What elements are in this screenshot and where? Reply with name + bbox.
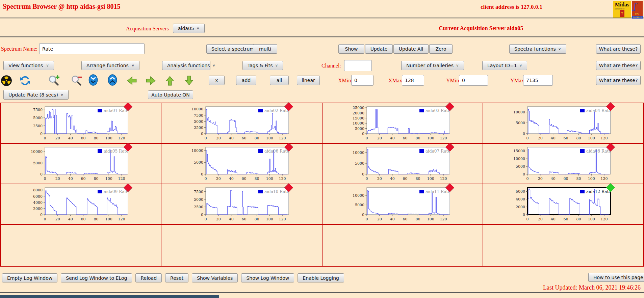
number-of-galleries-dropdown[interactable]: Number of Galleries ∨ xyxy=(401,61,464,70)
ymax-input[interactable] xyxy=(523,75,553,86)
reset-button[interactable]: Reset xyxy=(165,273,188,282)
svg-text:0: 0 xyxy=(523,172,525,177)
left-arrow-icon[interactable] xyxy=(126,75,137,86)
spectrum-browser-page: Spectrum Browser @ http aidas-gsi 8015 c… xyxy=(0,0,644,298)
reload-button[interactable]: Reload xyxy=(135,273,162,282)
tcl-logo[interactable]: ʃ TCL POWERED xyxy=(632,1,643,19)
zoom-in-icon[interactable] xyxy=(48,75,59,86)
what-are-these-button[interactable]: What are these? xyxy=(596,76,641,85)
svg-text:0: 0 xyxy=(205,217,207,221)
analysis-functions-dropdown[interactable]: Analysis functions ∨ xyxy=(162,61,210,70)
midas-logo[interactable]: Midas powered by T xyxy=(613,1,631,19)
right-arrow-icon[interactable] xyxy=(145,75,157,86)
enable-logging-button[interactable]: Enable Logging xyxy=(298,273,344,282)
chart-legend-label: aida10 Rate xyxy=(264,189,289,194)
zoom-out-icon[interactable] xyxy=(71,75,82,86)
add-button[interactable]: add xyxy=(236,76,256,85)
spectrum-chart-aida12[interactable]: 0200040006000020406080100120aida12 Rate xyxy=(511,183,615,225)
gallery-cell[interactable]: 0200040006000020406080100120aida12 Rate xyxy=(483,184,644,224)
gallery-cell[interactable]: 0500010000020406080100120aida05 Rate xyxy=(0,143,161,184)
gallery-cell[interactable]: 050001000015000020406080100120aida08 Rat… xyxy=(483,143,644,184)
how-to-use-this-page-button[interactable]: How to use this page xyxy=(588,273,644,282)
svg-text:120: 120 xyxy=(600,177,608,181)
send-log-window-to-elog-button[interactable]: Send Log Window to ELog xyxy=(61,273,132,282)
client-address: client address is 127.0.0.1 xyxy=(481,4,542,10)
xmax-input[interactable] xyxy=(402,75,424,86)
empty-log-window-button[interactable]: Empty Log Window xyxy=(2,273,57,282)
spectrum-chart-aida08[interactable]: 050001000015000020406080100120aida08 Rat… xyxy=(511,142,615,185)
spectrum-chart-aida01[interactable]: 0250050007500020406080100120aida01 Rate xyxy=(29,102,133,144)
gallery-cell[interactable]: 0500010000020406080100120aida11 Rate xyxy=(322,184,483,224)
svg-text:80: 80 xyxy=(94,136,99,140)
spectrum-chart-aida06[interactable]: 0500010000020406080100120aida06 Rate xyxy=(189,142,293,185)
spectrum-chart-aida10[interactable]: 0250050007500020406080100120aida10 Rate xyxy=(189,183,293,225)
svg-text:25000: 25000 xyxy=(353,106,364,110)
gallery-cell[interactable]: 0500010000150002000025000020406080100120… xyxy=(322,103,483,143)
gallery-cell[interactable]: 0500010000020406080100120aida07 Rate xyxy=(322,143,483,184)
svg-text:0: 0 xyxy=(205,177,207,181)
spectrum-chart-aida03[interactable]: 0500010000150002000025000020406080100120… xyxy=(351,102,455,144)
spectrum-chart-aida07[interactable]: 0500010000020406080100120aida07 Rate xyxy=(351,142,455,185)
what-are-these-button[interactable]: What are these? xyxy=(596,44,641,54)
update-rate-dropdown[interactable]: Update Rate (8 secs) ∨ xyxy=(3,90,69,100)
svg-text:8000: 8000 xyxy=(33,188,43,192)
spectrum-chart-aida05[interactable]: 0500010000020406080100120aida05 Rate xyxy=(29,142,133,185)
gallery-cell[interactable]: 0500010000020406080100120aida06 Rate xyxy=(161,143,322,184)
all-button[interactable]: all xyxy=(270,76,289,85)
chart-legend-label: aida08 Rate xyxy=(586,149,611,154)
svg-text:60: 60 xyxy=(563,177,568,181)
show-variables-button[interactable]: Show Variables xyxy=(192,273,238,282)
gallery-cell[interactable]: 0250050007500020406080100120aida10 Rate xyxy=(161,184,322,224)
chevron-down-icon: ∨ xyxy=(197,26,200,30)
what-are-these-button[interactable]: What are these? xyxy=(596,61,641,70)
svg-text:60: 60 xyxy=(242,136,247,140)
spectrum-chart-aida09[interactable]: 02000400060008000020406080100120aida09 R… xyxy=(29,183,133,225)
svg-text:10000: 10000 xyxy=(353,193,364,198)
svg-text:5000: 5000 xyxy=(33,116,43,120)
multi-button[interactable]: multi xyxy=(253,44,277,54)
up-arrow-icon[interactable] xyxy=(164,75,176,86)
auto-update-button[interactable]: Auto Update ON xyxy=(148,90,193,99)
svg-text:20: 20 xyxy=(216,136,221,140)
svg-text:80: 80 xyxy=(255,217,259,221)
spectrum-name-input[interactable] xyxy=(39,43,145,54)
tags-and-fits-dropdown[interactable]: Tags & Fits ∨ xyxy=(242,61,283,70)
spectrum-chart-aida11[interactable]: 0500010000020406080100120aida11 Rate xyxy=(351,183,455,225)
svg-text:0: 0 xyxy=(365,136,368,140)
gallery-cell[interactable]: 025005000750010000020406080100120aida02 … xyxy=(161,103,322,143)
svg-text:100: 100 xyxy=(588,217,595,221)
svg-text:5000: 5000 xyxy=(194,197,203,202)
svg-text:0: 0 xyxy=(201,172,203,177)
spectrum-chart-aida02[interactable]: 025005000750010000020406080100120aida02 … xyxy=(189,102,293,144)
view-functions-dropdown[interactable]: View functions ∨ xyxy=(3,61,54,70)
spectrum-chart-aida04[interactable]: 0500010000020406080100120aida04 Rate xyxy=(511,102,615,144)
spectra-functions-dropdown[interactable]: Spectra functions ∨ xyxy=(509,44,566,54)
ymin-input[interactable] xyxy=(459,75,488,86)
chart-legend-label: aida12 Rate xyxy=(586,189,611,194)
acquisition-server-select[interactable]: aida05 ∨ xyxy=(173,24,205,33)
show-button[interactable]: Show xyxy=(338,44,364,54)
update-all-button[interactable]: Update All xyxy=(393,44,429,54)
gallery-cell[interactable]: 02000400060008000020406080100120aida09 R… xyxy=(0,184,161,224)
radiation-icon[interactable] xyxy=(1,75,12,86)
xmin-input[interactable] xyxy=(351,75,373,86)
gallery-cell[interactable]: 0250050007500020406080100120aida01 Rate xyxy=(0,103,161,143)
down-arrow-icon[interactable] xyxy=(183,75,195,86)
zero-button[interactable]: Zero xyxy=(429,44,453,54)
midas-powered-by-text: powered by xyxy=(615,8,624,10)
x-button[interactable]: x xyxy=(209,76,225,85)
xmax-label: XMax xyxy=(388,78,402,84)
svg-text:120: 120 xyxy=(279,136,286,140)
show-log-window-button[interactable]: Show Log Window xyxy=(241,273,294,282)
layout-id-dropdown[interactable]: Layout ID=1 ∨ xyxy=(482,61,527,70)
gallery-cell[interactable]: 0500010000020406080100120aida04 Rate xyxy=(483,103,644,143)
svg-text:40: 40 xyxy=(551,136,556,140)
arrange-functions-dropdown[interactable]: Arrange functions ∨ xyxy=(81,61,139,70)
refresh-icon[interactable] xyxy=(19,75,31,86)
svg-text:100: 100 xyxy=(427,136,434,140)
channel-input[interactable] xyxy=(344,60,372,71)
update-button[interactable]: Update xyxy=(365,44,393,54)
linear-button[interactable]: linear xyxy=(297,76,320,85)
collapse-vertical-icon[interactable] xyxy=(87,74,99,86)
expand-vertical-icon[interactable] xyxy=(107,74,118,86)
